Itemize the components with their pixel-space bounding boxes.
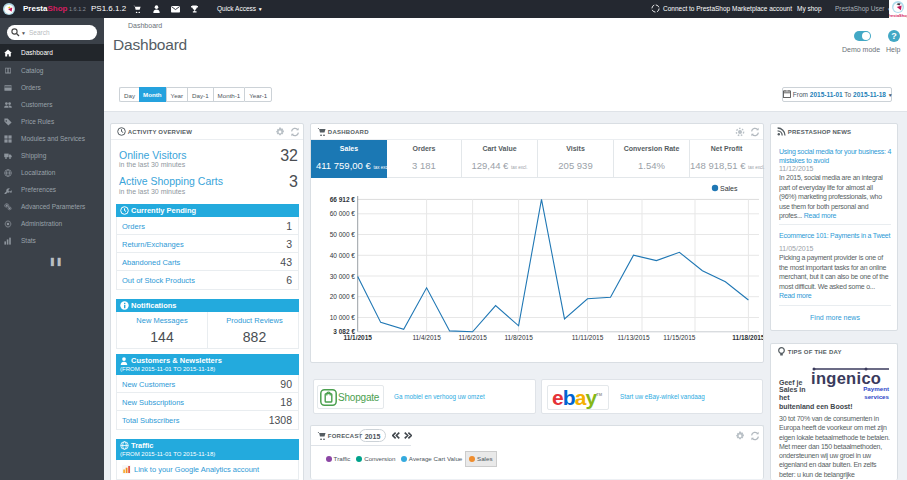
svg-text:Sales: Sales xyxy=(720,185,738,192)
svg-text:20 000 €: 20 000 € xyxy=(330,293,356,300)
svg-text:11/6/2015: 11/6/2015 xyxy=(458,334,487,341)
svg-text:11/15/2015: 11/15/2015 xyxy=(663,334,695,341)
svg-text:60 000 €: 60 000 € xyxy=(330,210,356,217)
svg-text:11/13/2015: 11/13/2015 xyxy=(617,334,649,341)
svg-text:50 000 €: 50 000 € xyxy=(330,231,356,238)
svg-text:Payment: Payment xyxy=(863,385,889,392)
svg-text:11/18/2015: 11/18/2015 xyxy=(732,334,763,341)
svg-text:services: services xyxy=(864,393,889,400)
svg-text:30 000 €: 30 000 € xyxy=(330,273,356,280)
svg-text:11/11/2015: 11/11/2015 xyxy=(572,334,604,341)
svg-text:66 912 €: 66 912 € xyxy=(330,196,356,203)
svg-text:10 000 €: 10 000 € xyxy=(330,314,356,321)
svg-text:11/4/2015: 11/4/2015 xyxy=(412,334,441,341)
svg-text:40 000 €: 40 000 € xyxy=(330,252,356,259)
svg-text:PrestaShop: PrestaShop xyxy=(889,13,907,18)
svg-text:11/8/2015: 11/8/2015 xyxy=(504,334,533,341)
svg-text:11/1/2015: 11/1/2015 xyxy=(343,334,372,341)
